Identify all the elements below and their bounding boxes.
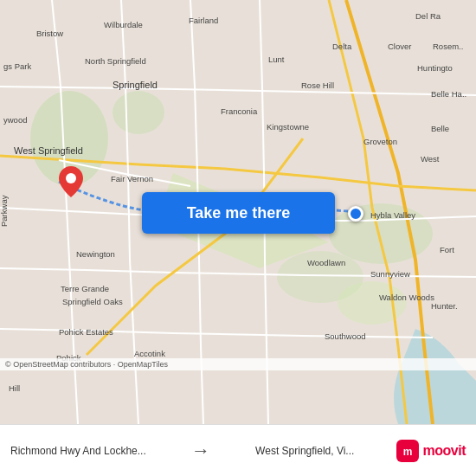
osm-attribution: © OpenStreetMap contributors · OpenMapTi… [0,358,476,370]
svg-text:Huntingto: Huntingto [417,63,453,73]
route-from: Richmond Hwy And Lockhe... [10,445,146,457]
route-to: West Springfield, Vi... [255,445,354,457]
svg-text:Terre Grande: Terre Grande [61,284,109,293]
moovit-logo: m moovit [395,438,466,464]
moovit-logo-text: moovit [423,443,466,459]
svg-text:Fairland: Fairland [189,16,218,25]
map-container: Bristow Wilburdale Fairland Del Ra Delta… [0,0,476,424]
svg-text:Springfield Oaks: Springfield Oaks [62,297,123,306]
svg-point-2 [113,91,164,134]
svg-point-6 [338,281,407,325]
svg-text:Belle: Belle [431,124,449,133]
svg-text:Pohick Estates: Pohick Estates [59,327,113,337]
svg-text:Groveton: Groveton [363,137,397,146]
svg-text:Delta: Delta [332,42,352,51]
origin-marker [59,166,83,197]
take-me-there-button[interactable]: Take me there [142,192,335,234]
svg-text:North Springfield: North Springfield [85,56,146,66]
svg-text:Belle Ha..: Belle Ha.. [431,89,466,99]
svg-text:gs Park: gs Park [3,61,31,71]
svg-text:West Springfield: West Springfield [14,145,83,156]
svg-text:Fair Vernon: Fair Vernon [111,174,153,183]
svg-text:Newington: Newington [76,249,115,259]
svg-text:ywood: ywood [3,115,27,125]
route-arrow: → [191,440,210,462]
svg-text:Bristow: Bristow [36,29,63,38]
svg-text:Hill: Hill [9,383,20,393]
svg-text:West: West [421,154,440,164]
svg-text:Parkway: Parkway [0,195,9,227]
svg-text:Springfield: Springfield [113,80,158,90]
svg-text:Waldon Woods: Waldon Woods [379,293,434,302]
svg-text:Franconia: Franconia [221,106,258,116]
svg-text:Wilburdale: Wilburdale [104,20,143,29]
svg-text:Woodlawn: Woodlawn [307,258,345,267]
route-from-text: Richmond Hwy And Lockhe... [10,445,146,457]
moovit-logo-icon: m [395,438,421,464]
destination-marker [348,206,363,222]
svg-text:Sunnyview: Sunnyview [370,269,410,279]
bottom-bar: Richmond Hwy And Lockhe... → West Spring… [0,424,476,476]
svg-text:Kingstowne: Kingstowne [267,122,309,132]
svg-text:Accotink: Accotink [134,349,165,358]
svg-text:Hybla Valley: Hybla Valley [370,210,415,220]
svg-text:Rosem..: Rosem.. [433,42,463,51]
svg-text:Hunter.: Hunter. [431,301,458,311]
svg-text:Rose Hill: Rose Hill [301,80,334,90]
svg-text:Del Ra: Del Ra [415,11,441,21]
route-to-text: West Springfield, Vi... [255,445,354,457]
svg-text:m: m [402,446,412,458]
svg-text:Southwood: Southwood [325,331,366,341]
svg-text:Fort: Fort [440,245,454,254]
svg-text:Clover: Clover [388,42,411,51]
svg-text:Lunt: Lunt [268,55,285,64]
svg-point-45 [66,173,76,183]
